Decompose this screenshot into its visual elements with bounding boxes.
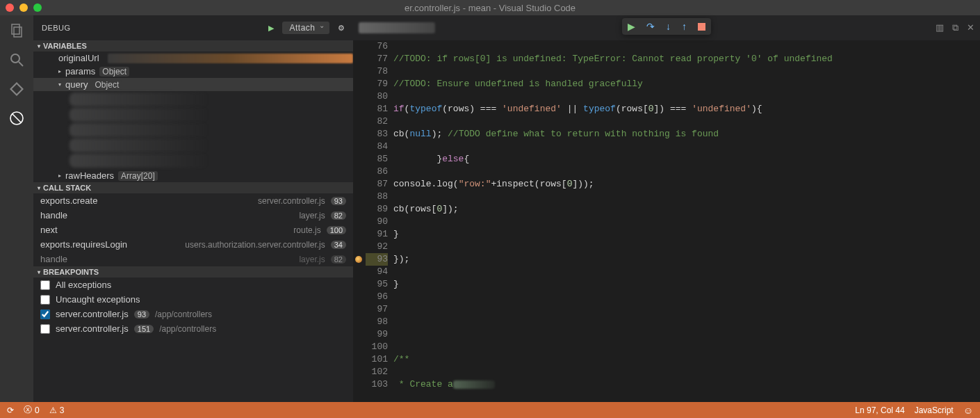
status-bar: ⟳ ⓧ 0 ⚠ 3 Ln 97, Col 44 JavaScript ☺	[0, 402, 980, 418]
breakpoints-label: BREAKPOINTS	[43, 268, 99, 276]
svg-rect-0	[12, 24, 19, 34]
breakpoint-marker[interactable]	[355, 256, 362, 263]
step-into-button[interactable]: ↓	[666, 21, 671, 32]
breakpoints-section-header[interactable]: ▾ BREAKPOINTS	[33, 266, 353, 278]
maximize-window-button[interactable]	[33, 3, 42, 12]
chevron-right-icon: ▸	[58, 68, 65, 74]
breakpoint-all-exceptions[interactable]: All exceptions	[33, 278, 353, 292]
blurred-value	[70, 93, 209, 106]
debug-title: DEBUG	[42, 24, 71, 32]
svg-point-2	[11, 54, 19, 63]
type-badge: Array[20]	[118, 171, 158, 181]
search-icon[interactable]	[7, 50, 26, 70]
line-badge: 151	[134, 325, 154, 333]
callstack-section-header[interactable]: ▾ CALL STACK	[33, 182, 353, 193]
cursor-position[interactable]: Ln 97, Col 44	[855, 405, 904, 416]
line-badge: 34	[331, 241, 346, 249]
variables-label: VARIABLES	[43, 42, 87, 50]
breakpoints-panel: All exceptions Uncaught exceptions serve…	[33, 278, 353, 336]
breakpoint-uncaught-exceptions[interactable]: Uncaught exceptions	[33, 292, 353, 307]
more-icon[interactable]: ⧉	[952, 22, 958, 33]
chevron-down-icon: ▾	[38, 185, 40, 191]
step-out-button[interactable]: ↑	[682, 21, 687, 32]
chevron-down-icon: ▾	[38, 43, 40, 49]
bp-checkbox[interactable]	[40, 324, 50, 334]
debug-toolbar: ▶ ↷ ↓ ↑	[622, 18, 711, 35]
bp-checkbox[interactable]	[40, 295, 50, 305]
callstack-frame[interactable]: exports.create server.controller.js 93	[33, 193, 353, 208]
line-badge: 82	[331, 255, 346, 264]
explorer-icon[interactable]	[7, 21, 26, 40]
line-badge: 82	[331, 211, 346, 220]
chevron-down-icon: ▾	[38, 269, 40, 275]
breakpoint-item[interactable]: server.controller.js 151 /app/controller…	[33, 321, 353, 336]
variables-panel: originalUrl ▸ params Object ▾ query Obje…	[33, 51, 353, 182]
type-badge: Object	[99, 67, 129, 77]
chevron-down-icon: ▾	[58, 81, 65, 88]
step-over-button[interactable]: ↷	[646, 21, 655, 32]
chevron-right-icon: ▸	[58, 172, 65, 179]
line-badge: 100	[327, 226, 346, 234]
sync-icon[interactable]: ⟳	[7, 405, 14, 415]
callstack-label: CALL STACK	[43, 184, 91, 192]
feedback-icon[interactable]: ☺	[963, 405, 973, 416]
blurred-value	[70, 123, 209, 137]
editor-area: ▶ ↷ ↓ ↑ ▥ ⧉ ✕ 76 77 78 79 80	[353, 15, 980, 402]
launch-config-dropdown[interactable]: Attach	[282, 22, 329, 34]
breakpoint-item[interactable]: server.controller.js 93 /app/controllers	[33, 307, 353, 321]
code-content[interactable]: //TODO: if rows[0] is undefined: TypeErr…	[393, 40, 980, 402]
callstack-frame[interactable]: exports.requiresLogin users.authorizatio…	[33, 237, 353, 252]
line-badge: 93	[331, 197, 346, 205]
errors-indicator[interactable]: ⓧ 0	[24, 404, 40, 416]
blurred-value	[70, 108, 209, 122]
stop-button[interactable]	[698, 23, 705, 31]
git-icon[interactable]	[7, 79, 26, 99]
warnings-indicator[interactable]: ⚠ 3	[49, 405, 65, 415]
var-originalurl[interactable]: originalUrl	[33, 51, 353, 65]
type-badge: Object	[92, 80, 122, 90]
blurred-value	[70, 154, 209, 168]
bp-checkbox[interactable]	[40, 310, 50, 319]
split-editor-icon[interactable]: ▥	[936, 22, 944, 33]
svg-line-3	[19, 62, 23, 66]
language-mode[interactable]: JavaScript	[915, 405, 954, 416]
variables-section-header[interactable]: ▾ VARIABLES	[33, 40, 353, 51]
callstack-frame[interactable]: handle layer.js 82	[33, 252, 353, 266]
close-window-button[interactable]	[6, 3, 14, 12]
value-blur	[108, 54, 353, 63]
line-badge: 93	[134, 310, 149, 319]
bp-checkbox[interactable]	[40, 280, 50, 290]
callstack-panel: exports.create server.controller.js 93 h…	[33, 193, 353, 266]
close-editor-icon[interactable]: ✕	[967, 22, 974, 33]
titlebar: er.controller.js - mean - Visual Studio …	[0, 0, 980, 15]
var-query[interactable]: ▾ query Object	[33, 78, 353, 91]
var-rawheaders[interactable]: ▸ rawHeaders Array[20]	[33, 169, 353, 182]
svg-line-5	[13, 114, 21, 122]
debug-settings-icon[interactable]: ⚙	[338, 24, 345, 33]
callstack-frame[interactable]: handle layer.js 82	[33, 208, 353, 223]
debug-header: DEBUG ▶ Attach ⚙	[33, 15, 353, 40]
window-title: er.controller.js - mean - Visual Studio …	[405, 3, 575, 13]
activity-bar	[0, 15, 33, 402]
editor-body[interactable]: 76 77 78 79 80 81 82 83 84 85 86 87 88 8…	[353, 40, 980, 402]
minimize-window-button[interactable]	[19, 3, 28, 12]
continue-button[interactable]: ▶	[628, 21, 635, 32]
window-controls	[6, 3, 42, 12]
debug-sidebar: DEBUG ▶ Attach ⚙ ▾ VARIABLES originalUrl…	[33, 15, 353, 402]
var-params[interactable]: ▸ params Object	[33, 65, 353, 78]
debug-icon[interactable]	[7, 108, 26, 128]
start-debug-button[interactable]: ▶	[268, 24, 275, 33]
blurred-value	[70, 138, 209, 152]
svg-rect-1	[14, 27, 22, 37]
line-number-gutter: 76 77 78 79 80 81 82 83 84 85 86 87 88 8…	[366, 40, 393, 402]
active-tab[interactable]	[359, 22, 435, 33]
breakpoint-gutter[interactable]	[353, 40, 366, 402]
callstack-frame[interactable]: next route.js 100	[33, 223, 353, 237]
